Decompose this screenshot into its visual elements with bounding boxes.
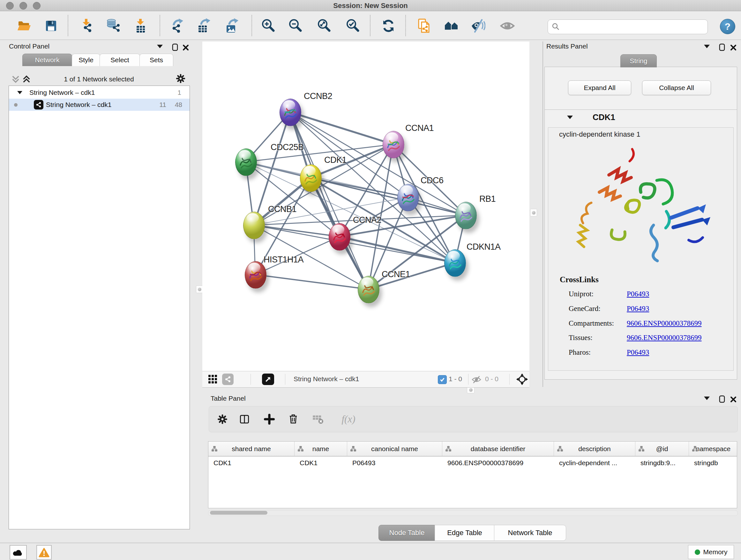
show-columns-icon[interactable]	[236, 411, 253, 428]
open-session-icon[interactable]	[15, 17, 33, 35]
network-edge-CDKN1A-CCNE1[interactable]	[368, 263, 455, 289]
control-panel-close-icon[interactable]	[183, 44, 189, 51]
crosslink-pharos-link[interactable]: P06493	[627, 348, 649, 357]
search-input[interactable]	[562, 23, 708, 31]
column-header[interactable]: canonical name	[347, 442, 442, 456]
table-row[interactable]: CDK1 CDK1 P06493 9606.ENSP00000378699 cy…	[208, 456, 737, 469]
toolbar-separator	[252, 15, 252, 36]
control-panel-float-icon[interactable]	[172, 44, 179, 51]
results-panel-collapse-icon[interactable]	[704, 45, 710, 48]
crosslink-genecard-link[interactable]: P06493	[627, 305, 649, 313]
network-node-cdc6[interactable]	[397, 184, 419, 211]
birdseye-crosshair-icon[interactable]	[516, 373, 529, 386]
hide-graphics-details-icon[interactable]	[469, 17, 487, 35]
right-splitter-handle[interactable]	[530, 209, 537, 216]
results-panel-float-icon[interactable]	[719, 44, 726, 51]
network-canvas[interactable]: CCNB2CCNA1CDC25BCDK1CDC6RB1CCNB1CCNA2CDK…	[202, 42, 529, 371]
table-scrollbar-thumb[interactable]	[210, 511, 267, 515]
create-column-icon[interactable]	[261, 411, 278, 428]
control-panel-collapse-icon[interactable]	[157, 45, 163, 48]
fit-content-icon[interactable]	[315, 17, 333, 35]
collapse-all-button[interactable]: Collapse All	[642, 80, 711, 95]
import-network-from-database-icon[interactable]	[105, 17, 122, 35]
tab-network[interactable]: Network	[22, 54, 72, 66]
results-panel-close-icon[interactable]	[730, 44, 737, 51]
main-toolbar: ?	[0, 11, 741, 40]
warning-button[interactable]	[37, 545, 52, 560]
tab-sets[interactable]: Sets	[139, 54, 173, 66]
import-table-from-file-icon[interactable]	[131, 17, 149, 35]
memory-status-icon	[695, 550, 700, 555]
delete-table-icon	[310, 411, 327, 428]
network-node-ccnb2[interactable]	[280, 99, 301, 126]
network-edge-HIST1H1A-CCNE1[interactable]	[255, 274, 368, 289]
column-header[interactable]: database identifier	[442, 442, 554, 456]
detach-view-icon[interactable]	[262, 374, 274, 385]
left-splitter-handle[interactable]	[196, 286, 203, 293]
gene-name: CDK1	[593, 112, 615, 122]
network-node-ccne1[interactable]	[358, 276, 380, 303]
results-tab-string[interactable]: String	[620, 54, 657, 67]
export-network-icon[interactable]	[169, 17, 186, 35]
collapse-all-networks-icon[interactable]	[11, 75, 20, 84]
network-node-ccna2[interactable]	[329, 223, 350, 251]
crosslink-uniprot-link[interactable]: P06493	[627, 290, 649, 298]
table-panel-float-icon[interactable]	[719, 395, 726, 403]
help-button[interactable]: ?	[720, 19, 735, 34]
expand-all-button[interactable]: Expand All	[568, 80, 631, 95]
save-session-icon[interactable]	[42, 17, 60, 35]
tab-edge-table[interactable]: Edge Table	[434, 525, 495, 541]
delete-columns-icon[interactable]	[285, 411, 301, 428]
show-graphics-details-icon[interactable]	[498, 17, 516, 35]
zoom-selected-icon[interactable]	[344, 17, 361, 35]
export-table-icon[interactable]	[195, 17, 213, 35]
expand-all-networks-icon[interactable]	[22, 75, 30, 84]
column-header[interactable]: name	[294, 442, 347, 456]
network-node-rb1[interactable]	[455, 202, 477, 229]
crosslink-tissues-link[interactable]: 9606.ENSP00000378699	[627, 334, 702, 342]
network-node-cdkn1a[interactable]	[444, 249, 466, 277]
refresh-view-icon[interactable]	[380, 17, 397, 35]
selected-checkbox-icon[interactable]	[438, 375, 447, 384]
tab-style[interactable]: Style	[72, 54, 100, 66]
network-options-gear-icon[interactable]	[175, 73, 186, 84]
memory-button[interactable]: Memory	[688, 545, 734, 559]
houses-icon[interactable]	[443, 17, 461, 35]
network-edge-CCNB2-RB1[interactable]	[290, 112, 466, 215]
network-node-hist1h1a[interactable]	[245, 261, 266, 289]
column-header[interactable]: namespace	[689, 442, 738, 456]
network-node-cdk1[interactable]	[300, 165, 322, 192]
network-node-cdc25b[interactable]	[235, 148, 257, 176]
column-header[interactable]: description	[554, 442, 635, 456]
column-header[interactable]: shared name	[208, 442, 294, 456]
node-gloss	[448, 251, 460, 260]
network-row-selected[interactable]: String Network – cdk1 11 48	[9, 99, 190, 111]
network-edge-CCNA2-CDKN1A[interactable]	[339, 237, 455, 263]
import-network-from-file-icon[interactable]	[77, 17, 95, 35]
network-share-icon[interactable]	[222, 374, 233, 385]
grid-view-icon[interactable]	[208, 375, 217, 384]
table-panel-title: Table Panel	[211, 395, 246, 402]
crosslink-compartments-link[interactable]: 9606.ENSP00000378699	[627, 319, 702, 327]
table-panel-close-icon[interactable]	[730, 396, 737, 402]
network-node-ccnb1[interactable]	[243, 212, 265, 239]
network-collection-row[interactable]: String Network – cdk1 1	[9, 86, 190, 99]
table-settings-gear-icon[interactable]	[214, 411, 231, 428]
new-network-from-selection-icon[interactable]	[415, 17, 433, 35]
zoom-out-icon[interactable]	[286, 17, 304, 35]
column-header[interactable]: @id	[635, 442, 689, 456]
table-horizontal-scrollbar[interactable]	[208, 510, 738, 516]
zoom-in-icon[interactable]	[259, 17, 277, 35]
tab-select[interactable]: Select	[99, 54, 140, 66]
tab-network-table[interactable]: Network Table	[494, 525, 566, 541]
gene-section-collapse-icon[interactable]	[567, 116, 573, 119]
network-edge-CCNB2-CCNA1[interactable]	[290, 112, 393, 144]
hidden-counter: 0 - 0	[485, 375, 498, 383]
export-image-icon[interactable]	[223, 17, 241, 35]
status-bar: Memory	[0, 543, 741, 560]
tab-node-table[interactable]: Node Table	[379, 525, 435, 541]
collection-expand-icon[interactable]	[17, 91, 22, 94]
cloud-button[interactable]	[10, 545, 27, 560]
network-node-ccna1[interactable]	[383, 131, 404, 159]
table-panel-collapse-icon[interactable]	[704, 396, 710, 400]
